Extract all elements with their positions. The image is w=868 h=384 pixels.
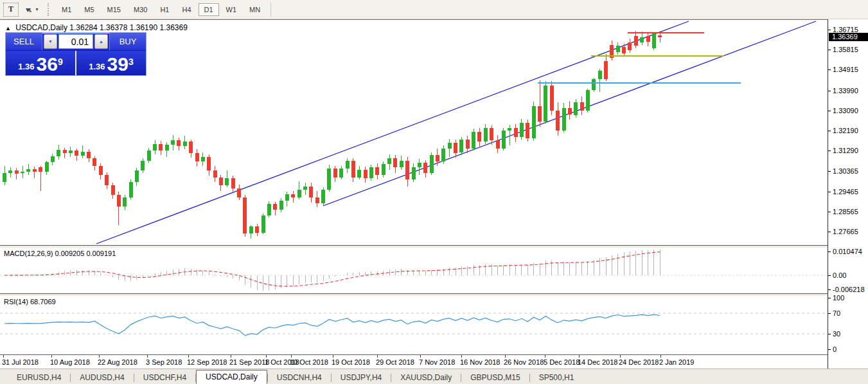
axis-tick-mark	[828, 111, 831, 111]
timeframe-button-group: M1M5M15M30H1H4D1W1MN	[55, 0, 267, 19]
date-tick-mark	[3, 355, 4, 358]
chart-tab-audusd-h4[interactable]: AUDUSD,H4	[71, 372, 133, 384]
axis-value-label: 1.28565	[833, 208, 858, 215]
timeframe-button-m5[interactable]: M5	[78, 3, 100, 16]
axis-tick-mark	[828, 30, 831, 30]
axis-value-label: 1.33090	[833, 107, 858, 114]
macd-canvas[interactable]	[0, 248, 828, 293]
axis-value-label: 1.36715	[833, 26, 858, 33]
buy-button[interactable]: BUY	[109, 33, 146, 50]
date-label: 14 Dec 2018	[578, 358, 617, 366]
axis-tick-mark	[828, 232, 831, 232]
sell-price-point: 9	[58, 51, 63, 73]
chart-tab-eurusd-h4[interactable]: EURUSD,H4	[8, 372, 70, 384]
sell-price-pips: 36	[37, 55, 58, 74]
trendlines[interactable]	[96, 21, 816, 244]
sell-button[interactable]: SELL	[6, 33, 42, 50]
volume-field-box	[58, 34, 93, 49]
trading-terminal-window: T ▾ M1M5M15M30H1H4D1W1MN MACD(12,26,9) 0…	[0, 0, 868, 384]
toolbar-grip-handle[interactable]	[48, 3, 51, 16]
price-axis[interactable]: 1.36369 1.367151.358151.349151.339901.33…	[828, 19, 868, 369]
axis-tick-mark	[828, 349, 831, 350]
ohlc-low: 1.36190	[130, 23, 157, 32]
date-label: 31 Jul 2018	[2, 358, 39, 366]
buy-price-point: 3	[128, 51, 134, 73]
buy-price-prefix: 1.36	[89, 60, 105, 74]
chart-tab-gbpusd-m15[interactable]: GBPUSD,M15	[461, 372, 529, 384]
rsi-canvas[interactable]	[0, 296, 828, 354]
volume-decrease-button[interactable]: ▼	[44, 34, 57, 49]
date-tick-mark	[545, 355, 545, 358]
timeframe-button-h4[interactable]: H4	[176, 3, 197, 16]
volume-input[interactable]	[59, 35, 93, 48]
buy-price-pips: 39	[107, 55, 128, 74]
chart-tab-sp500-h1[interactable]: SP500,H1	[530, 372, 583, 384]
date-label: 12 Sep 2018	[187, 358, 227, 366]
volume-increase-button[interactable]: ▲	[94, 34, 108, 49]
collapse-panel-icon[interactable]: ▲	[5, 25, 11, 32]
timeframe-button-w1[interactable]: W1	[220, 3, 243, 16]
date-tick-mark	[333, 355, 333, 358]
axis-value-label: 70	[833, 309, 840, 317]
axis-tick-mark	[828, 50, 831, 50]
axis-value-label: 1.35815	[833, 46, 858, 53]
date-label: 10 Aug 2018	[50, 358, 90, 366]
date-axis[interactable]: 31 Jul 201810 Aug 201822 Aug 20183 Sep 2…	[0, 354, 828, 369]
date-label: 10 Oct 2018	[290, 358, 328, 366]
timeframe-button-d1[interactable]: D1	[199, 3, 219, 16]
chart-tab-usdjpy-h4[interactable]: USDJPY,H4	[332, 372, 391, 384]
axis-value-label: 1.32190	[833, 127, 858, 134]
axis-value-label: 0	[833, 345, 837, 353]
date-tick-mark	[291, 355, 292, 358]
axis-value-label: 1.33990	[833, 87, 858, 95]
ohlc-open: 1.36284	[69, 23, 97, 32]
buy-price-display[interactable]: 1.36 39 3	[76, 51, 146, 75]
date-label: 22 Aug 2018	[98, 358, 137, 366]
arrow-objects-dropdown[interactable]: ▾	[22, 3, 41, 16]
macd-indicator-panel[interactable]: MACD(12,26,9) 0.009205 0.009191	[0, 248, 828, 293]
axis-value-label: 30	[833, 330, 840, 338]
date-tick-mark	[579, 355, 580, 358]
axis-tick-mark	[828, 192, 831, 192]
one-click-trading-panel: SELL ▼ ▲ BUY 1.36 36 9 1.36 39 3	[5, 32, 146, 76]
axis-tick-mark	[828, 91, 831, 91]
date-label: 29 Oct 2018	[376, 358, 414, 366]
timeframe-button-m30[interactable]: M30	[128, 3, 153, 16]
chart-ohlc-header: ▲ USDCAD,Daily 1.36284 1.36378 1.36190 1…	[5, 23, 188, 32]
sell-price-display[interactable]: 1.36 36 9	[6, 51, 76, 75]
axis-tick-mark	[828, 251, 831, 252]
axis-value-label: 1.27665	[833, 228, 858, 235]
timeframe-button-mn[interactable]: MN	[244, 3, 266, 16]
axis-value-label: 0.00	[833, 271, 846, 279]
top-toolbar: T ▾ M1M5M15M30H1H4D1W1MN	[0, 0, 868, 19]
timeframe-button-m15[interactable]: M15	[102, 3, 127, 16]
date-tick-mark	[505, 355, 506, 358]
chart-tab-xauusd-daily[interactable]: XAUUSD,Daily	[391, 372, 461, 384]
axis-value-label: 0.010474	[833, 248, 862, 255]
date-tick-mark	[231, 355, 231, 358]
date-tick-mark	[461, 355, 462, 358]
axis-tick-mark	[828, 275, 831, 276]
timeframe-button-h1[interactable]: H1	[154, 3, 175, 16]
timeframe-button-m1[interactable]: M1	[56, 3, 77, 16]
date-label: 24 Dec 2018	[619, 358, 659, 366]
text-label-tool-icon[interactable]: T	[3, 3, 19, 17]
rsi-indicator-panel[interactable]: RSI(14) 68.7069	[0, 296, 828, 354]
ohlc-close: 1.36369	[160, 23, 188, 32]
chart-tab-usdcad-daily[interactable]: USDCAD,Daily	[196, 370, 267, 384]
axis-tick-mark	[828, 212, 831, 212]
date-tick-mark	[266, 355, 267, 358]
date-tick-mark	[377, 355, 378, 358]
chevron-down-icon: ▾	[35, 6, 38, 12]
chart-tab-usdcnh-h4[interactable]: USDCNH,H4	[268, 372, 331, 384]
rsi-label: RSI(14) 68.7069	[4, 298, 56, 306]
axis-tick-mark	[828, 289, 831, 290]
axis-value-label: 1.30365	[833, 167, 858, 175]
axis-tick-mark	[828, 334, 831, 334]
date-label: 19 Oct 2018	[332, 358, 370, 366]
axis-tick-mark	[828, 298, 831, 298]
date-tick-mark	[147, 355, 148, 358]
toolbar-separator	[270, 3, 271, 17]
chart-tab-usdchf-h4[interactable]: USDCHF,H4	[134, 372, 195, 384]
horizontal-level-lines[interactable]	[538, 33, 741, 83]
